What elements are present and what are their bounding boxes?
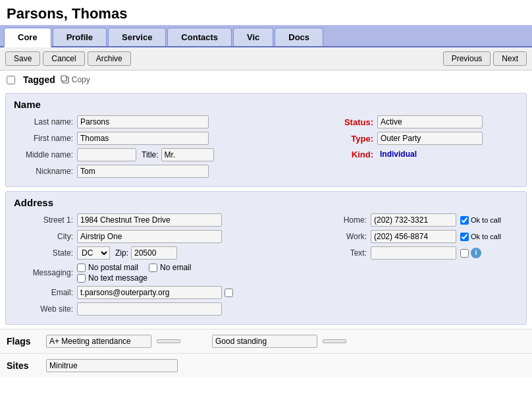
middle-name-label: Middle name: (14, 150, 73, 159)
flags-section: Flags (0, 329, 532, 354)
cancel-button[interactable]: Cancel (43, 51, 84, 66)
city-row: City: (14, 230, 321, 243)
status-label: Status: (334, 117, 373, 127)
tab-contacts[interactable]: Contacts (167, 28, 232, 46)
tab-core[interactable]: Core (4, 28, 51, 47)
type-row: Type: (334, 132, 518, 145)
email-label: Email: (14, 288, 73, 297)
last-name-row: Last name: (14, 115, 321, 128)
web-input[interactable] (77, 302, 222, 316)
street1-label: Street 1: (14, 215, 73, 225)
status-row: Status: (334, 115, 518, 128)
tagged-row: Tagged Copy (0, 70, 532, 89)
site-input[interactable] (46, 359, 178, 372)
sites-section: Sites (0, 354, 532, 377)
last-name-input[interactable] (77, 115, 209, 128)
save-button[interactable]: Save (5, 51, 40, 66)
street1-input[interactable] (77, 213, 222, 227)
address-section: Address Street 1: City: State: DC Zip: M… (5, 191, 527, 325)
title-input[interactable] (161, 148, 214, 161)
home-ok-to-call: Ok to call (460, 216, 501, 225)
flags-content (46, 335, 525, 348)
email-checkbox[interactable] (225, 289, 233, 297)
zip-label: Zip: (115, 248, 128, 258)
copy-icon (61, 75, 70, 84)
web-row: Web site: (14, 302, 321, 316)
no-email-label: No email (160, 263, 191, 272)
no-postal-checkbox[interactable] (77, 264, 86, 272)
last-name-label: Last name: (14, 117, 73, 126)
flag2-input[interactable] (212, 335, 317, 348)
type-label: Type: (334, 134, 373, 144)
tab-docs[interactable]: Docs (275, 28, 323, 46)
text-ok-checkbox[interactable] (460, 249, 469, 258)
first-name-label: First name: (14, 134, 73, 143)
messaging-label: Messaging: (14, 268, 73, 277)
work-phone-row: Work: Ok to call (334, 230, 518, 243)
title-label: Title: (142, 150, 159, 159)
copy-link[interactable]: Copy (61, 75, 90, 84)
name-section-inner: Last name: First name: Middle name: Titl… (14, 115, 518, 181)
tagged-checkbox[interactable] (7, 76, 15, 84)
city-label: City: (14, 232, 73, 241)
work-phone-label: Work: (334, 232, 367, 241)
nickname-row: Nickname: (14, 165, 321, 178)
text-phone-row: Text: i (334, 246, 518, 260)
archive-button[interactable]: Archive (88, 51, 131, 66)
kind-row: Kind: Individual (334, 148, 518, 160)
zip-input[interactable] (131, 246, 177, 260)
no-email-checkbox[interactable] (149, 264, 157, 272)
city-input[interactable] (77, 230, 222, 243)
next-button[interactable]: Next (493, 51, 527, 66)
address-section-inner: Street 1: City: State: DC Zip: Messaging… (14, 213, 518, 319)
info-icon[interactable]: i (471, 248, 481, 258)
toolbar-left: Save Cancel Archive (5, 51, 131, 66)
email-row: Email: (14, 286, 321, 299)
work-ok-label: Ok to call (471, 233, 501, 240)
flag2-button[interactable] (323, 339, 346, 343)
page-title: Parsons, Thomas (0, 0, 532, 25)
work-phone-input[interactable] (371, 230, 456, 243)
work-ok-to-call: Ok to call (460, 233, 501, 241)
no-postal-row: No postal mail No email (77, 263, 191, 272)
work-ok-checkbox[interactable] (460, 233, 469, 241)
address-left: Street 1: City: State: DC Zip: Messaging… (14, 213, 321, 319)
tab-profile[interactable]: Profile (53, 28, 107, 46)
state-label: State: (14, 248, 73, 258)
home-ok-label: Ok to call (471, 216, 501, 224)
tagged-label: Tagged (23, 74, 55, 85)
name-section-title: Name (14, 99, 518, 110)
state-select[interactable]: DC (77, 246, 110, 260)
text-phone-input[interactable] (371, 246, 456, 260)
first-name-row: First name: (14, 132, 321, 145)
previous-button[interactable]: Previous (443, 51, 491, 66)
name-right: Status: Type: Kind: Individual (334, 115, 518, 181)
tab-service[interactable]: Service (108, 28, 166, 46)
no-text-checkbox[interactable] (77, 274, 86, 283)
home-phone-label: Home: (334, 215, 367, 225)
middle-name-row: Middle name: Title: (14, 148, 321, 161)
home-phone-row: Home: Ok to call (334, 213, 518, 227)
svg-rect-1 (61, 76, 66, 81)
sites-title: Sites (7, 360, 46, 371)
web-label: Web site: (14, 304, 73, 314)
tab-vic[interactable]: Vic (233, 28, 273, 46)
home-phone-input[interactable] (371, 213, 456, 227)
kind-label: Kind: (334, 150, 373, 159)
nickname-label: Nickname: (14, 167, 73, 176)
toolbar: Save Cancel Archive Previous Next (0, 47, 532, 70)
copy-label: Copy (72, 75, 90, 84)
home-ok-checkbox[interactable] (460, 216, 469, 225)
address-section-title: Address (14, 197, 518, 208)
messaging-row: Messaging: No postal mail No email No te… (14, 263, 321, 283)
messaging-checkboxes: No postal mail No email No text message (77, 263, 191, 283)
middle-name-input[interactable] (77, 148, 136, 161)
flag1-button[interactable] (157, 339, 180, 343)
nickname-input[interactable] (77, 165, 209, 178)
street1-row: Street 1: (14, 213, 321, 227)
email-input[interactable] (77, 286, 222, 299)
first-name-input[interactable] (77, 132, 209, 145)
flag1-input[interactable] (46, 335, 151, 348)
type-input[interactable] (377, 132, 483, 145)
status-input[interactable] (377, 115, 483, 128)
